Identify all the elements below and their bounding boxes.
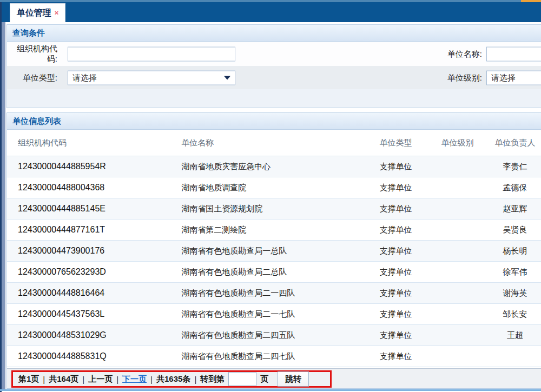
tab-unit-management[interactable]: 单位管理 × bbox=[10, 3, 65, 22]
jump-button[interactable]: 跳转 bbox=[278, 371, 309, 387]
cell-unit-manager: 李贵仁 bbox=[487, 162, 541, 172]
query-panel-header: 查询条件 bbox=[7, 25, 541, 42]
org-code-label: 组织机构代码: bbox=[7, 44, 57, 64]
cell-unit-name: 湖南省第二测绘院 bbox=[181, 225, 364, 235]
left-frame-light bbox=[2, 22, 5, 389]
table-body: 12430000444885954R 湖南省地质灾害应急中心 支撑单位 李贵仁 … bbox=[7, 156, 541, 367]
next-page-link[interactable]: 下一页 bbox=[122, 374, 147, 384]
cell-unit-name: 湖南省有色地质勘查局二一四队 bbox=[181, 288, 364, 298]
cell-unit-name: 湖南省国土资源规划院 bbox=[181, 204, 364, 214]
unit-level-selected-value: 请选择 bbox=[491, 72, 516, 83]
cell-unit-type: 支撑单位 bbox=[364, 267, 428, 277]
cell-unit-name: 湖南省有色地质勘查局二一七队 bbox=[181, 309, 364, 320]
cell-unit-type: 支撑单位 bbox=[364, 330, 428, 341]
cell-unit-type: 支撑单位 bbox=[364, 246, 428, 256]
query-row-2: 单位类型: 请选择 单位级别: 请选择 bbox=[7, 66, 541, 89]
query-panel: 查询条件 组织机构代码: 单位名称: 单位类型: 请选择 单位级别: 请选择 bbox=[6, 24, 541, 108]
unit-type-select[interactable]: 请选择 bbox=[68, 70, 235, 85]
current-page-label: 第1页 bbox=[18, 374, 39, 384]
table-row[interactable]: 124300004488004368 湖南省地质调查院 支撑单位 孟德保 bbox=[7, 177, 541, 198]
separator: | bbox=[116, 375, 118, 384]
cell-unit-name: 湖南省地质调查院 bbox=[181, 183, 364, 193]
unit-list-panel: 单位信息列表 组织机构代码 单位名称 单位类型 单位级别 单位负责人 12430… bbox=[6, 112, 541, 389]
cell-unit-manager: 孟德保 bbox=[487, 183, 541, 193]
cell-unit-manager: 吴贤良 bbox=[487, 225, 541, 235]
list-panel-header: 单位信息列表 bbox=[7, 113, 541, 130]
pagination-bar: 第1页 | 共164页 | 上一页 | 下一页 | 共1635条 | 转到第 页… bbox=[7, 368, 541, 388]
chevron-down-icon bbox=[224, 76, 230, 79]
unit-level-label: 单位级别: bbox=[386, 72, 482, 83]
tab-title: 单位管理 bbox=[17, 8, 51, 19]
cell-unit-manager: 徐军伟 bbox=[487, 267, 541, 277]
cell-unit-type: 支撑单位 bbox=[364, 225, 428, 235]
table-row[interactable]: 12430000765623293D 湖南省有色地质勘查局二总队 支撑单位 徐军… bbox=[7, 262, 541, 283]
cell-unit-type: 支撑单位 bbox=[364, 204, 428, 214]
table-row[interactable]: 12430000444885145E 湖南省国土资源规划院 支撑单位 赵亚辉 bbox=[7, 198, 541, 220]
list-panel-title: 单位信息列表 bbox=[12, 116, 61, 127]
cell-unit-name: 湖南省有色地质勘查局二总队 bbox=[181, 267, 364, 277]
unit-level-select[interactable]: 请选择 bbox=[486, 70, 541, 85]
table-row[interactable]: 12430000445437563L 湖南省有色地质勘查局二一七队 支撑单位 邹… bbox=[7, 304, 541, 325]
prev-page-button[interactable]: 上一页 bbox=[88, 374, 113, 384]
unit-type-selected-value: 请选择 bbox=[72, 72, 97, 83]
tab-bar: 单位管理 × bbox=[0, 2, 541, 22]
org-code-input[interactable] bbox=[68, 46, 235, 61]
cell-unit-type: 支撑单位 bbox=[364, 162, 428, 172]
table-row[interactable]: 12430000444885831Q 湖南省有色地质勘查局二四七队 支撑单位 bbox=[7, 346, 541, 367]
cell-org-code: 12430000445437563L bbox=[7, 309, 181, 319]
table-row[interactable]: 124300004473900176 湖南省有色地质勘查局一总队 支撑单位 杨长… bbox=[7, 241, 541, 262]
cell-unit-manager: 邹长安 bbox=[487, 309, 541, 320]
cell-unit-type: 支撑单位 bbox=[364, 351, 428, 362]
query-panel-title: 查询条件 bbox=[12, 28, 45, 38]
goto-page-prefix: 转到第 bbox=[200, 374, 225, 384]
cell-unit-name: 湖南省地质灾害应急中心 bbox=[181, 162, 364, 172]
app-window: 单位管理 × 查询条件 组织机构代码: 单位名称: 单位类型: 请选择 单位级别… bbox=[0, 0, 541, 392]
unit-name-input[interactable] bbox=[486, 46, 541, 61]
col-header-unit-name: 单位名称 bbox=[181, 138, 364, 148]
table-row[interactable]: 124300004448816464 湖南省有色地质勘查局二一四队 支撑单位 谢… bbox=[7, 283, 541, 304]
goto-page-suffix: 页 bbox=[260, 374, 268, 384]
separator: | bbox=[194, 375, 196, 384]
table-row[interactable]: 12430000448531029G 湖南省有色地质勘查局二四五队 支撑单位 王… bbox=[7, 325, 541, 346]
cell-org-code: 124300004488004368 bbox=[7, 183, 181, 192]
table-row[interactable]: 12430000444885954R 湖南省地质灾害应急中心 支撑单位 李贵仁 bbox=[7, 156, 541, 177]
separator: | bbox=[150, 375, 153, 384]
col-header-unit-type: 单位类型 bbox=[364, 138, 428, 148]
cell-unit-manager: 王超 bbox=[487, 330, 541, 341]
cell-unit-manager: 谢海英 bbox=[487, 288, 541, 298]
cell-org-code: 12430000444877161T bbox=[7, 225, 181, 235]
cell-unit-name: 湖南省有色地质勘查局二四五队 bbox=[181, 330, 364, 341]
cell-unit-manager: 赵亚辉 bbox=[487, 204, 541, 214]
total-records-label: 共1635条 bbox=[156, 374, 190, 384]
separator: | bbox=[82, 375, 84, 384]
total-pages-label: 共164页 bbox=[49, 374, 78, 384]
close-icon[interactable]: × bbox=[55, 9, 59, 16]
cell-org-code: 124300004473900176 bbox=[7, 246, 181, 256]
col-header-unit-manager: 单位负责人 bbox=[487, 138, 541, 148]
unit-name-label: 单位名称: bbox=[386, 49, 482, 59]
cell-org-code: 12430000444885145E bbox=[7, 204, 181, 214]
col-header-org-code: 组织机构代码 bbox=[7, 138, 181, 148]
bottom-accent-line bbox=[0, 389, 541, 391]
table-row[interactable]: 12430000444877161T 湖南省第二测绘院 支撑单位 吴贤良 bbox=[7, 220, 541, 241]
cell-unit-manager: 杨长明 bbox=[487, 246, 541, 256]
cell-unit-name: 湖南省有色地质勘查局一总队 bbox=[181, 246, 364, 256]
cell-org-code: 12430000444885954R bbox=[7, 162, 181, 171]
cell-org-code: 12430000444885831Q bbox=[7, 351, 181, 361]
table-header-row: 组织机构代码 单位名称 单位类型 单位级别 单位负责人 bbox=[7, 130, 541, 156]
annotation-red-box: 第1页 | 共164页 | 上一页 | 下一页 | 共1635条 | 转到第 页… bbox=[11, 370, 332, 388]
cell-unit-type: 支撑单位 bbox=[364, 183, 428, 193]
goto-page-input[interactable] bbox=[228, 372, 256, 386]
separator: | bbox=[43, 375, 45, 384]
unit-type-label: 单位类型: bbox=[7, 72, 57, 83]
cell-org-code: 12430000448531029G bbox=[7, 330, 181, 340]
col-header-unit-level: 单位级别 bbox=[428, 138, 487, 148]
cell-org-code: 124300004448816464 bbox=[7, 288, 181, 298]
cell-org-code: 12430000765623293D bbox=[7, 267, 181, 277]
cell-unit-name: 湖南省有色地质勘查局二四七队 bbox=[181, 351, 364, 362]
query-row-1: 组织机构代码: 单位名称: bbox=[7, 42, 541, 66]
cell-unit-type: 支撑单位 bbox=[364, 288, 428, 298]
cell-unit-type: 支撑单位 bbox=[364, 309, 428, 320]
